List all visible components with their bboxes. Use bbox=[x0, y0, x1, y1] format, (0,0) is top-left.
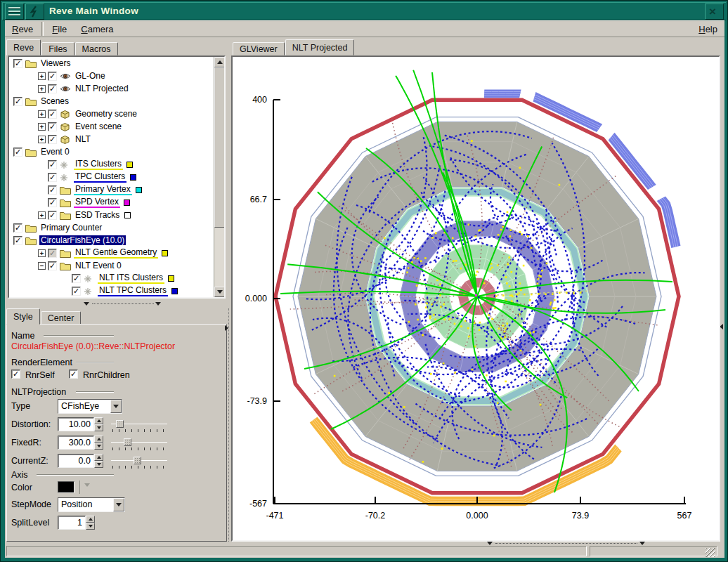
stepmode-combobox[interactable]: Position bbox=[58, 497, 125, 512]
tree-splitter[interactable] bbox=[8, 301, 226, 307]
slider[interactable] bbox=[111, 419, 167, 431]
checkbox[interactable]: ✓ bbox=[13, 59, 22, 68]
chevron-down-icon[interactable] bbox=[84, 483, 90, 487]
checkbox[interactable]: ✓ bbox=[72, 287, 81, 296]
expand-icon[interactable]: + bbox=[38, 249, 46, 257]
tree-item-primary-counter[interactable]: ✓Primary Counter bbox=[9, 221, 224, 234]
tab-center[interactable]: Center bbox=[41, 311, 82, 325]
tab-files[interactable]: Files bbox=[41, 42, 74, 55]
spin-up-button[interactable] bbox=[94, 417, 103, 424]
expand-icon[interactable]: + bbox=[38, 123, 46, 131]
tab-glviewer[interactable]: GLViewer bbox=[233, 42, 285, 55]
tree-item-gl-one[interactable]: +✓GL-One bbox=[9, 70, 224, 82]
panel-splitter[interactable] bbox=[228, 308, 229, 542]
chevron-down-icon[interactable] bbox=[110, 400, 122, 413]
tree-item-spd-vertex[interactable]: ✓SPD Vertex bbox=[9, 196, 224, 209]
spin-up-button[interactable] bbox=[94, 454, 103, 461]
tab-reve[interactable]: Reve bbox=[6, 39, 41, 55]
tree-item-tpc-clusters[interactable]: ✓TPC Clusters bbox=[9, 171, 224, 183]
checkbox[interactable]: ✓ bbox=[72, 274, 81, 283]
checkbox[interactable]: ✓ bbox=[48, 249, 57, 258]
tree-item-its-clusters[interactable]: ✓ITS Clusters bbox=[9, 158, 224, 171]
checkbox[interactable]: ✓ bbox=[13, 223, 22, 233]
number-entry[interactable]: 0.0 bbox=[58, 454, 94, 468]
its-cluster bbox=[455, 260, 457, 262]
slider-thumb[interactable] bbox=[134, 457, 141, 464]
slider-thumb[interactable] bbox=[116, 420, 124, 428]
spin-down-button[interactable] bbox=[94, 461, 103, 468]
slider[interactable] bbox=[111, 455, 167, 468]
tree-item-esd-tracks[interactable]: +✓ESD Tracks bbox=[9, 209, 224, 221]
slider-thumb[interactable] bbox=[124, 438, 131, 446]
tree-item-event-scene[interactable]: +✓Event scene bbox=[9, 120, 224, 133]
titlebar[interactable]: Reve Main Window × bbox=[2, 2, 726, 20]
tree-item-scenes[interactable]: ✓Scenes bbox=[9, 95, 224, 107]
tree-item-nlt-gentle-geometry[interactable]: +✓NLT Gentle Geometry bbox=[9, 247, 224, 259]
tree-item-nlt-projected[interactable]: +✓NLT Projected bbox=[9, 82, 224, 95]
collapse-icon[interactable]: − bbox=[38, 262, 46, 270]
number-entry[interactable]: 300.0 bbox=[58, 436, 94, 450]
expand-icon[interactable]: + bbox=[38, 110, 46, 118]
resize-grip[interactable] bbox=[706, 548, 715, 557]
checkbox[interactable]: ✓ bbox=[48, 261, 57, 270]
checkbox[interactable]: ✓ bbox=[13, 97, 22, 106]
checkbox[interactable]: ✓ bbox=[48, 72, 57, 81]
tree-item-viewers[interactable]: ✓Viewers bbox=[9, 57, 224, 70]
tree-item-nlt-event-0[interactable]: −✓NLT Event 0 bbox=[9, 259, 224, 272]
spin-down-button[interactable] bbox=[94, 424, 103, 431]
scroll-up-button[interactable] bbox=[214, 57, 225, 67]
splitlevel-entry[interactable]: 1 bbox=[58, 516, 86, 530]
checkbox[interactable]: ✓ bbox=[48, 110, 57, 119]
spin-down-button[interactable] bbox=[94, 443, 103, 450]
spin-up-button[interactable] bbox=[94, 436, 103, 443]
highlight-blue-3-stripe bbox=[610, 138, 650, 189]
expand-icon[interactable]: + bbox=[38, 85, 46, 93]
tab-nlt-projected[interactable]: NLT Projected bbox=[285, 39, 355, 55]
tree-scrollbar[interactable] bbox=[214, 57, 224, 297]
tab-macros[interactable]: Macros bbox=[75, 42, 118, 55]
checkbox[interactable]: ✓ bbox=[48, 84, 57, 93]
scrollbar-thumb[interactable] bbox=[214, 67, 225, 228]
checkbox[interactable]: ✓ bbox=[48, 198, 57, 207]
axis-section-label: Axis bbox=[11, 470, 28, 480]
menu-file[interactable]: File bbox=[45, 22, 74, 37]
checkbox[interactable]: ✓ bbox=[48, 122, 57, 131]
menu-help[interactable]: Help bbox=[691, 22, 724, 37]
checkbox[interactable]: ✓ bbox=[48, 185, 57, 195]
checkbox[interactable]: ✓ bbox=[13, 236, 22, 245]
number-entry[interactable]: 10.00 bbox=[58, 417, 94, 431]
tree-item-circularfisheye-10-0[interactable]: ✓CircularFishEye (10.0) bbox=[9, 234, 224, 247]
spin-up-button[interactable] bbox=[86, 516, 95, 523]
window-menu-button[interactable] bbox=[5, 4, 24, 20]
expand-icon[interactable]: + bbox=[38, 136, 46, 143]
menu-reve[interactable]: Reve bbox=[5, 22, 40, 37]
splitter-collapse-icon[interactable] bbox=[225, 325, 228, 331]
checkbox[interactable]: ✓ bbox=[48, 173, 57, 182]
tree-item-nlt-its-clusters[interactable]: ✓NLT ITS Clusters bbox=[9, 272, 224, 285]
chevron-down-icon[interactable] bbox=[113, 498, 124, 511]
slider[interactable] bbox=[111, 437, 167, 450]
checkbox[interactable]: ✓ bbox=[48, 135, 57, 144]
expand-icon[interactable]: + bbox=[38, 72, 46, 80]
spin-down-button[interactable] bbox=[86, 523, 95, 530]
tree-item-nlt-tpc-clusters[interactable]: ✓NLT TPC Clusters bbox=[9, 285, 224, 297]
tree-item-event-0[interactable]: ✓Event 0 bbox=[9, 145, 224, 158]
tree-item-geometry-scene[interactable]: +✓Geometry scene bbox=[9, 107, 224, 120]
axis-color-swatch[interactable] bbox=[58, 481, 74, 493]
scroll-down-button[interactable] bbox=[214, 287, 225, 297]
scene-tree: ✓Viewers+✓GL-One+✓NLT Projected✓Scenes+✓… bbox=[8, 55, 226, 299]
menu-camera[interactable]: Camera bbox=[74, 22, 120, 37]
checkbox[interactable]: ✓ bbox=[48, 160, 57, 169]
close-button[interactable]: × bbox=[705, 4, 724, 20]
tree-item-nlt[interactable]: +✓NLT bbox=[9, 133, 224, 145]
expand-icon[interactable]: + bbox=[38, 211, 46, 219]
event-display-canvas[interactable]: 40066.70.000-73.9-567-471-70.20.00073.95… bbox=[233, 57, 719, 540]
tree-item-primary-vertex[interactable]: ✓Primary Vertex bbox=[9, 183, 224, 196]
tab-style[interactable]: Style bbox=[6, 308, 40, 325]
type-combobox[interactable]: CFishEye bbox=[58, 399, 122, 414]
checkbox[interactable]: ✓ bbox=[48, 211, 57, 220]
checkbox[interactable]: ✓ bbox=[13, 148, 22, 157]
checkbox-rnrself[interactable]: ✓ bbox=[11, 370, 20, 379]
app-icon-button[interactable] bbox=[25, 4, 44, 20]
checkbox-rnrchildren[interactable]: ✓ bbox=[69, 370, 78, 379]
